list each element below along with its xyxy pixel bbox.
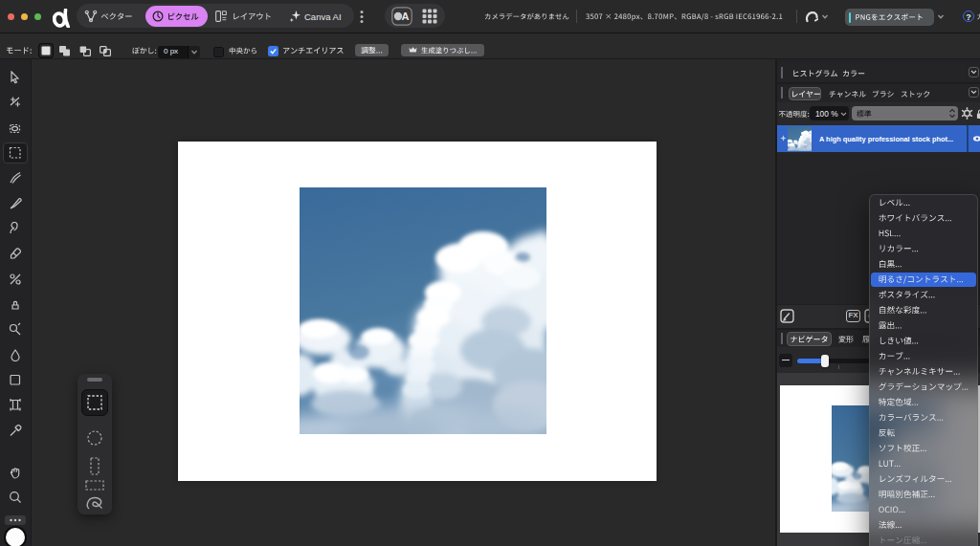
svg-text:A: A	[402, 11, 410, 22]
